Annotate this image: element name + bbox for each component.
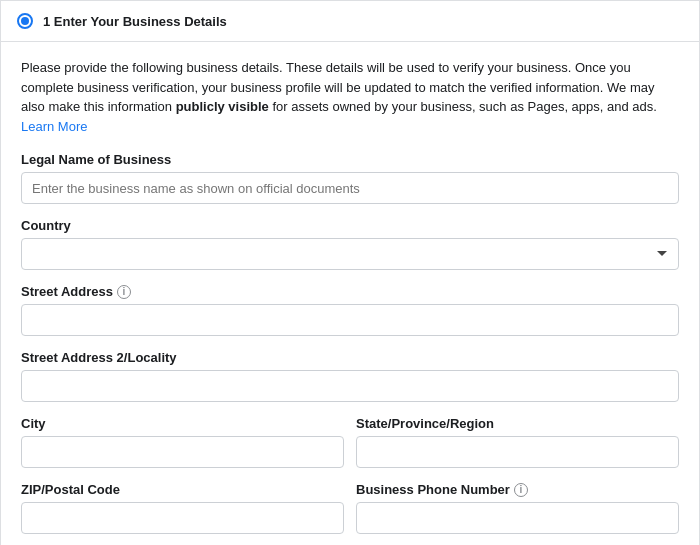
zip-label: ZIP/Postal Code <box>21 482 344 497</box>
step-1-header[interactable]: 1 Enter Your Business Details <box>1 1 699 42</box>
phone-info-icon[interactable]: i <box>514 483 528 497</box>
legal-name-label: Legal Name of Business <box>21 152 679 167</box>
zip-group: ZIP/Postal Code <box>21 482 344 534</box>
step-1-title-label: Enter Your Business Details <box>54 14 227 29</box>
phone-input[interactable] <box>356 502 679 534</box>
street-address2-label: Street Address 2/Locality <box>21 350 679 365</box>
page-container: 1 Enter Your Business Details Please pro… <box>0 0 700 545</box>
step-1-section: 1 Enter Your Business Details Please pro… <box>0 0 700 545</box>
city-group: City <box>21 416 344 468</box>
street-address-label: Street Address i <box>21 284 679 299</box>
city-col: City <box>21 416 344 482</box>
country-select[interactable] <box>21 238 679 270</box>
step-1-radio <box>17 13 33 29</box>
state-group: State/Province/Region <box>356 416 679 468</box>
street-address-info-icon[interactable]: i <box>117 285 131 299</box>
phone-label: Business Phone Number i <box>356 482 679 497</box>
zip-input[interactable] <box>21 502 344 534</box>
country-label: Country <box>21 218 679 233</box>
description-bold: publicly visible <box>176 99 269 114</box>
street-address-group: Street Address i <box>21 284 679 336</box>
step-1-title: 1 <box>43 14 50 29</box>
step-description: Please provide the following business de… <box>21 58 679 136</box>
description-text2: for assets owned by your business, such … <box>269 99 657 114</box>
legal-name-group: Legal Name of Business <box>21 152 679 204</box>
country-group: Country <box>21 218 679 270</box>
city-label: City <box>21 416 344 431</box>
state-label: State/Province/Region <box>356 416 679 431</box>
city-state-row: City State/Province/Region <box>21 416 679 482</box>
city-input[interactable] <box>21 436 344 468</box>
step-1-content: Please provide the following business de… <box>1 42 699 545</box>
phone-col: Business Phone Number i <box>356 482 679 545</box>
learn-more-link[interactable]: Learn More <box>21 119 87 134</box>
state-input[interactable] <box>356 436 679 468</box>
phone-group: Business Phone Number i <box>356 482 679 534</box>
state-col: State/Province/Region <box>356 416 679 482</box>
zip-phone-row: ZIP/Postal Code Business Phone Number i <box>21 482 679 545</box>
street-address2-input[interactable] <box>21 370 679 402</box>
street-address-input[interactable] <box>21 304 679 336</box>
zip-col: ZIP/Postal Code <box>21 482 344 545</box>
street-address2-group: Street Address 2/Locality <box>21 350 679 402</box>
legal-name-input[interactable] <box>21 172 679 204</box>
